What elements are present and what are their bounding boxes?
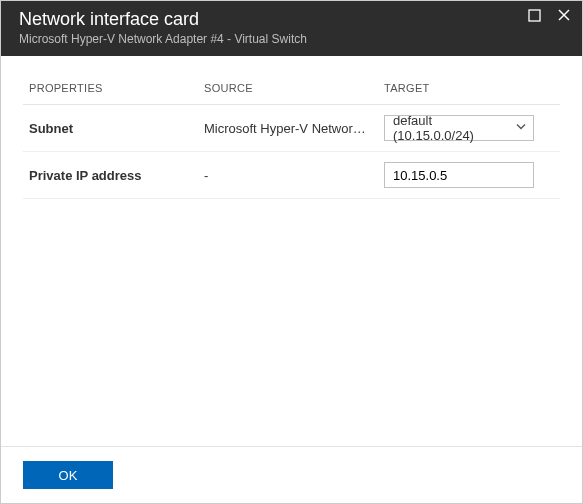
footer-bar: OK	[1, 446, 582, 503]
col-header-properties: PROPERTIES	[23, 74, 198, 105]
source-value-private-ip: -	[198, 152, 378, 199]
ok-button[interactable]: OK	[23, 461, 113, 489]
property-label-private-ip: Private IP address	[23, 152, 198, 199]
dialog-subtitle: Microsoft Hyper-V Network Adapter #4 - V…	[19, 32, 568, 46]
close-icon[interactable]	[556, 7, 572, 23]
table-row: Private IP address -	[23, 152, 560, 199]
source-value-subnet: Microsoft Hyper-V Network A...	[198, 105, 378, 152]
dialog-title: Network interface card	[19, 9, 568, 30]
subnet-select[interactable]: default (10.15.0.0/24)	[384, 115, 534, 141]
property-label-subnet: Subnet	[23, 105, 198, 152]
window-controls	[526, 7, 572, 23]
chevron-down-icon	[515, 121, 527, 136]
content-area: PROPERTIES SOURCE TARGET Subnet Microsof…	[1, 56, 582, 446]
dialog-window: Network interface card Microsoft Hyper-V…	[0, 0, 583, 504]
maximize-icon[interactable]	[526, 7, 542, 23]
private-ip-input[interactable]	[384, 162, 534, 188]
properties-table: PROPERTIES SOURCE TARGET Subnet Microsof…	[23, 74, 560, 199]
svg-rect-0	[529, 10, 540, 21]
col-header-target: TARGET	[378, 74, 560, 105]
title-bar: Network interface card Microsoft Hyper-V…	[1, 1, 582, 56]
table-row: Subnet Microsoft Hyper-V Network A... de…	[23, 105, 560, 152]
col-header-source: SOURCE	[198, 74, 378, 105]
subnet-select-value: default (10.15.0.0/24)	[393, 113, 509, 143]
